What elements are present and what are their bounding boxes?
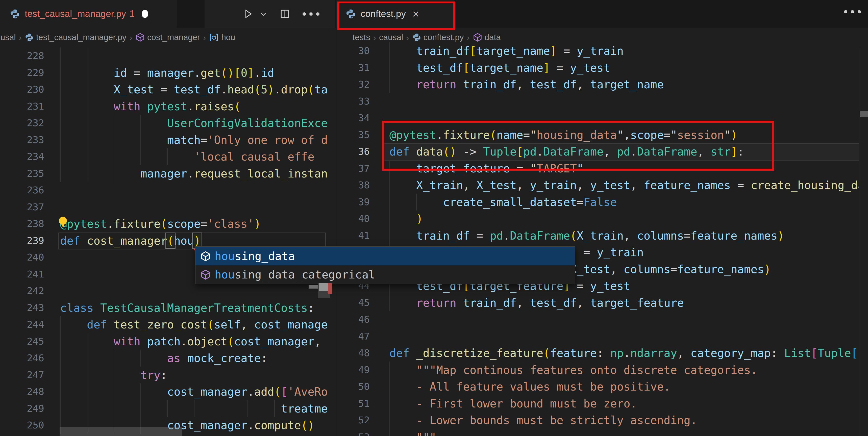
code-line-237[interactable]: 237 [0, 199, 336, 216]
tab-title: test_causal_manager.py [25, 8, 126, 19]
scrollbar-thumb[interactable] [860, 111, 868, 117]
breadcrumb-item-data[interactable]: data [473, 33, 501, 42]
run-icon[interactable] [243, 8, 254, 20]
chevron-right-icon: › [406, 33, 409, 42]
line-number: 238 [0, 215, 44, 232]
line-number: 248 [0, 383, 44, 400]
code-line-234[interactable]: 234 'local causal effe [0, 148, 336, 165]
suggest-item-housing_data_categorical[interactable]: housing_data_categorical [195, 265, 575, 284]
line-number: 31 [336, 59, 370, 76]
python-file-icon [412, 33, 421, 42]
dirty-dot-icon[interactable] [142, 10, 148, 18]
line-number: 34 [336, 110, 370, 126]
close-icon[interactable]: × [412, 7, 419, 21]
code-line-36[interactable]: 36def data() -> Tuple[pd.DataFrame, pd.D… [336, 143, 868, 160]
breadcrumb-item-tests[interactable]: tests [352, 33, 370, 42]
code-line-34[interactable]: 34 [336, 110, 868, 126]
breadcrumb-item-conftest-py[interactable]: conftest.py [412, 33, 464, 42]
code-line-31[interactable]: 31 test_df[target_name] = y_test [336, 59, 868, 76]
python-file-icon [25, 33, 34, 42]
editor-actions-left [205, 0, 335, 28]
lightbulb-icon[interactable] [57, 216, 69, 230]
line-number: 230 [0, 81, 44, 98]
line-number: 247 [0, 367, 44, 383]
split-editor-icon[interactable] [279, 8, 290, 20]
code-line-247[interactable]: 247 try: [0, 367, 336, 383]
code-line-49[interactable]: 49 """Map continous features onto discre… [336, 362, 868, 378]
breadcrumb-item-hou[interactable]: hou [209, 32, 235, 42]
line-number: 41 [336, 227, 370, 244]
code-line-236[interactable]: 236 [0, 182, 336, 199]
line-number: 45 [336, 294, 370, 311]
code-line-32[interactable]: 32 return train_df, test_df, target_name [336, 76, 868, 93]
line-number: 47 [336, 328, 370, 345]
more-actions-icon[interactable] [844, 10, 861, 13]
line-number: 242 [0, 282, 44, 300]
vscode-editor: test_causal_manager.py 1 usal›test_causa… [0, 0, 868, 436]
code-line-50[interactable]: 50 - All feature values must be positive… [336, 378, 868, 395]
code-line-245[interactable]: 245 with patch.object(cost_manager, [0, 333, 336, 350]
line-number: 233 [0, 131, 44, 149]
code-line-48[interactable]: 48def _discretize_feature(feature: np.nd… [336, 345, 868, 362]
line-number: 36 [336, 143, 370, 160]
chevron-right-icon: › [203, 33, 206, 42]
scrollbar-track-right[interactable] [859, 47, 868, 436]
code-line-243[interactable]: 243class TestCausalManagerTreatmentCosts… [0, 300, 336, 316]
code-line-52[interactable]: 52 - Lower bounds must be strictly ascen… [336, 412, 868, 429]
tab-bar-right: conftest.py × [336, 0, 868, 28]
breadcrumb-item-causal[interactable]: causal [379, 33, 403, 42]
symbol-namespace-icon [135, 33, 145, 42]
code-line-41[interactable]: 41 train_df = pd.DataFrame(X_train, colu… [336, 227, 868, 244]
code-line-229[interactable]: 229 id = manager.get()[0].id [0, 64, 336, 81]
line-number: 245 [0, 333, 44, 350]
code-line-228[interactable]: 228 [0, 48, 336, 64]
code-line-238[interactable]: 238@pytest.fixture(scope='class') [0, 215, 336, 232]
line-number: 50 [336, 378, 370, 395]
code-line-45[interactable]: 45 return train_df, test_df, target_feat… [336, 294, 868, 311]
code-line-235[interactable]: 235 manager.request_local_instan [0, 165, 336, 182]
code-line-33[interactable]: 33 [336, 93, 868, 110]
code-line-230[interactable]: 230 X_test = test_df.head(5).drop(ta [0, 81, 336, 98]
code-line-35[interactable]: 35@pytest.fixture(name="housing_data",sc… [336, 126, 868, 144]
tab-conftest[interactable]: conftest.py × [336, 0, 454, 28]
line-number: 228 [0, 48, 44, 64]
breadcrumb-item-usal[interactable]: usal [0, 33, 16, 42]
line-number: 250 [0, 417, 44, 434]
line-number: 39 [336, 194, 370, 211]
tab-bar-left: test_causal_manager.py 1 [0, 0, 336, 28]
code-line-231[interactable]: 231 with pytest.raises( [0, 98, 336, 115]
code-line-38[interactable]: 38 X_train, X_test, y_train, y_test, fea… [336, 177, 868, 194]
line-number: 232 [0, 115, 44, 131]
tab-problem-badge: 1 [129, 8, 134, 19]
line-number: 46 [336, 311, 370, 328]
code-line-39[interactable]: 39 create_small_dataset=False [336, 194, 868, 211]
code-line-232[interactable]: 232 UserConfigValidationExce [0, 115, 336, 131]
more-actions-icon[interactable] [303, 12, 319, 15]
run-dropdown-chevron-icon[interactable] [259, 10, 267, 18]
line-number: 235 [0, 165, 44, 182]
line-number: 241 [0, 266, 44, 283]
code-line-40[interactable]: 40 ) [336, 210, 868, 227]
code-line-233[interactable]: 233 match='Only one row of d [0, 131, 336, 149]
breadcrumb-item-test-causal-manager-py[interactable]: test_causal_manager.py [25, 33, 126, 42]
symbol-cube-icon [200, 251, 211, 262]
suggest-item-housing_data[interactable]: housing_data [195, 247, 575, 265]
code-line-37[interactable]: 37 target_feature = "TARGET" [336, 160, 868, 177]
code-line-244[interactable]: 244 def test_zero_cost(self, cost_manage [0, 316, 336, 333]
code-line-47[interactable]: 47 [336, 328, 868, 345]
code-line-249[interactable]: 249 treatme [0, 400, 336, 417]
code-line-248[interactable]: 248 cost_manager.add(['AveRo [0, 383, 336, 400]
code-line-46[interactable]: 46 [336, 311, 868, 328]
code-line-246[interactable]: 246 as mock_create: [0, 350, 336, 367]
line-number: 51 [336, 395, 370, 412]
editor-pane-left: test_causal_manager.py 1 usal›test_causa… [0, 0, 336, 436]
breadcrumb-item-cost-manager[interactable]: cost_manager [135, 33, 200, 42]
horizontal-scrollbar-left[interactable] [60, 427, 182, 436]
code-line-51[interactable]: 51 - First lower bound must be zero. [336, 395, 868, 412]
line-number: 48 [336, 345, 370, 362]
code-line-53[interactable]: 53 """ [336, 429, 868, 436]
code-line-30[interactable]: 30 train_df[target_name] = y_train [336, 42, 868, 59]
code-line-242[interactable]: 242 [0, 282, 336, 300]
tab-test-causal-manager[interactable]: test_causal_manager.py 1 [0, 0, 177, 28]
scrollbar-thumb-left[interactable] [317, 283, 330, 299]
